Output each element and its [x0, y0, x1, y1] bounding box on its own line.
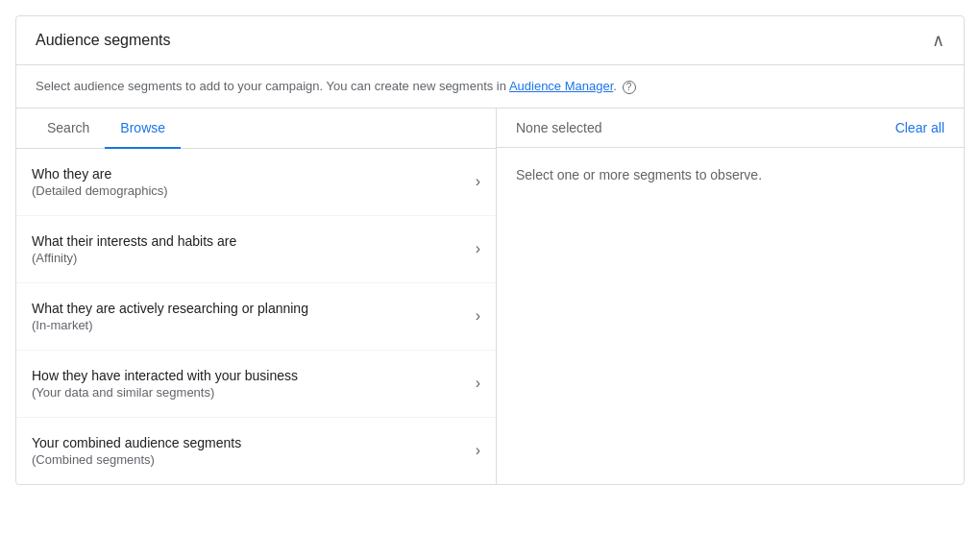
category-item-1[interactable]: What their interests and habits are (Aff…	[16, 216, 496, 283]
category-main-label-3: How they have interacted with your busin…	[32, 368, 298, 383]
category-sub-label-2: (In-market)	[32, 318, 308, 332]
description-suffix: .	[613, 79, 617, 93]
right-header: None selected Clear all	[497, 109, 964, 148]
chevron-right-icon-1: ›	[476, 240, 480, 257]
clear-all-button[interactable]: Clear all	[895, 120, 944, 135]
placeholder-text: Select one or more segments to observe.	[516, 167, 762, 182]
right-body-placeholder: Select one or more segments to observe.	[497, 148, 964, 202]
category-main-label-0: Who they are	[32, 166, 168, 182]
chevron-right-icon-4: ›	[476, 442, 480, 459]
categories-list: Who they are (Detailed demographics) › W…	[16, 149, 496, 484]
chevron-right-icon-2: ›	[476, 307, 480, 325]
left-panel: Search Browse Who they are (Detailed dem…	[16, 109, 497, 484]
collapse-icon[interactable]: ∧	[932, 32, 944, 49]
audience-segments-panel: Audience segments ∧ Select audience segm…	[15, 15, 965, 485]
none-selected-label: None selected	[516, 120, 602, 135]
category-main-label-1: What their interests and habits are	[32, 233, 236, 249]
category-text-3: How they have interacted with your busin…	[32, 368, 298, 400]
audience-manager-link[interactable]: Audience Manager	[509, 79, 613, 93]
category-item-2[interactable]: What they are actively researching or pl…	[16, 283, 496, 351]
chevron-right-icon-3: ›	[476, 375, 480, 392]
tabs-row: Search Browse	[16, 109, 496, 149]
panel-header: Audience segments ∧	[16, 16, 964, 65]
description-row: Select audience segments to add to your …	[16, 65, 964, 109]
chevron-right-icon-0: ›	[476, 173, 480, 190]
tab-search[interactable]: Search	[32, 109, 105, 149]
category-text-0: Who they are (Detailed demographics)	[32, 166, 168, 198]
right-panel: None selected Clear all Select one or mo…	[497, 109, 964, 484]
category-sub-label-4: (Combined segments)	[32, 452, 241, 467]
category-main-label-2: What they are actively researching or pl…	[32, 301, 308, 316]
category-item-0[interactable]: Who they are (Detailed demographics) ›	[16, 149, 496, 216]
category-item-4[interactable]: Your combined audience segments (Combine…	[16, 418, 496, 484]
category-text-2: What they are actively researching or pl…	[32, 301, 308, 332]
category-text-1: What their interests and habits are (Aff…	[32, 233, 236, 265]
category-text-4: Your combined audience segments (Combine…	[32, 435, 241, 467]
description-text: Select audience segments to add to your …	[36, 79, 506, 93]
category-sub-label-0: (Detailed demographics)	[32, 183, 168, 198]
category-item-3[interactable]: How they have interacted with your busin…	[16, 351, 496, 418]
category-sub-label-3: (Your data and similar segments)	[32, 385, 298, 400]
category-sub-label-1: (Affinity)	[32, 251, 236, 265]
content-area: Search Browse Who they are (Detailed dem…	[16, 109, 964, 484]
panel-title: Audience segments	[36, 32, 171, 49]
tab-browse[interactable]: Browse	[105, 109, 181, 149]
category-main-label-4: Your combined audience segments	[32, 435, 241, 450]
help-icon[interactable]: ?	[623, 81, 636, 94]
